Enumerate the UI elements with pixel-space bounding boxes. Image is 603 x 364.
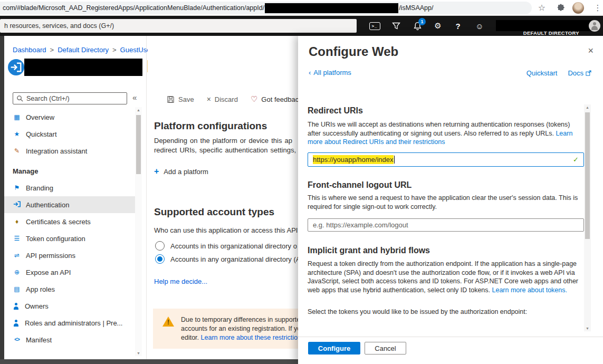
close-icon[interactable]: × (588, 45, 594, 56)
sidebar-collapse-button[interactable]: « (132, 93, 137, 102)
save-floppy-icon (167, 95, 175, 103)
platform-configurations-title: Platform configurations (154, 120, 267, 132)
sidebar-item-manifest[interactable]: <> Manifest (4, 331, 135, 348)
scroll-down-arrow[interactable]: ▼ (135, 351, 142, 355)
bookmark-star-icon[interactable]: ☆ (536, 2, 548, 14)
sidebar-item-quickstart[interactable]: ★ Quickstart (4, 126, 135, 142)
notification-badge: 1 (418, 18, 426, 25)
account-avatar[interactable] (589, 20, 600, 32)
supported-account-types-title: Supported account types (154, 206, 274, 218)
configure-web-panel: Configure Web × ‹ All platforms Quicksta… (298, 36, 603, 364)
feedback-label: Got feedback (261, 95, 302, 103)
breadcrumb-link-directory[interactable]: Default Directory (58, 46, 109, 54)
quickstart-link[interactable]: Quickstart (527, 69, 558, 77)
plus-icon: + (154, 167, 159, 176)
person-icon (13, 320, 20, 327)
scroll-down-arrow[interactable]: ▼ (584, 327, 591, 330)
radio-circle-selected[interactable] (155, 254, 165, 264)
scroll-up-arrow[interactable]: ▲ (584, 106, 591, 109)
back-link-label: All platforms (313, 69, 351, 76)
settings-gear-icon[interactable]: ⚙ (428, 16, 448, 36)
browser-menu-icon[interactable]: ⋮ (592, 2, 603, 14)
tokens-learn-more-link[interactable]: Learn more about tokens. (492, 286, 567, 294)
pencil-icon: ✎ (13, 148, 21, 154)
scrollbar-thumb[interactable] (136, 115, 141, 174)
flag-icon: ⚑ (13, 185, 21, 191)
cancel-button[interactable]: Cancel (365, 342, 406, 355)
radio-option-this-directory[interactable]: Accounts in this organizational director… (155, 241, 297, 251)
code-brackets-icon: <> (13, 337, 21, 342)
sidebar-scrollbar[interactable]: ▲ ▼ (135, 107, 142, 356)
sidebar-section-label: Manage (13, 167, 38, 175)
discard-button[interactable]: × Discard (207, 95, 238, 103)
search-icon (16, 95, 23, 102)
sidebar-item-branding[interactable]: ⚑ Branding (4, 179, 135, 196)
sidebar-divider (146, 36, 147, 359)
implicit-grant-title: Implicit grant and hybrid flows (308, 246, 430, 255)
sidebar-item-label: Owners (25, 302, 49, 310)
redirect-uris-desc: The URIs we will accept as destinations … (308, 120, 584, 147)
directory-filter-icon[interactable] (386, 16, 406, 36)
sidebar-item-expose-an-api[interactable]: ⊕ Expose an API (4, 264, 135, 281)
sidebar-item-overview[interactable]: ▦ Overview (4, 109, 135, 126)
redirect-uris-title: Redirect URIs (308, 106, 363, 116)
scrollbar-thumb[interactable] (585, 112, 590, 239)
cloud-shell-glyph: >_ (369, 22, 380, 30)
window-left-edge (0, 36, 4, 364)
sidebar-item-roles-administrators[interactable]: Roles and administrators | Pre... (4, 314, 135, 331)
docs-link[interactable]: Docs (568, 69, 591, 77)
sidebar-item-label: Overview (26, 113, 54, 121)
save-button[interactable]: Save (167, 95, 194, 103)
help-icon[interactable]: ? (448, 16, 468, 36)
feedback-smiley-icon[interactable]: ☺ (470, 16, 490, 36)
sidebar-item-label: Branding (26, 184, 53, 192)
person-icon (13, 303, 20, 310)
radio-option-any-directory[interactable]: Accounts in any organizational directory… (155, 254, 300, 264)
sidebar-search-input[interactable]: Search (Ctrl+/) (13, 92, 127, 104)
warning-restrictions-link[interactable]: Learn more about these restrictions. (201, 334, 307, 341)
footer-divider (298, 337, 603, 337)
feedback-button[interactable]: ♡ Got feedback (251, 94, 302, 104)
breadcrumb-link-dashboard[interactable]: Dashboard (13, 46, 46, 54)
logout-url-input[interactable] (308, 218, 584, 232)
sidebar-item-token-configuration[interactable]: ☰ Token configuration (4, 230, 135, 247)
command-bar: Save × Discard ♡ Got feedback (167, 93, 302, 106)
tokens-prompt: Select the tokens you would like to be i… (308, 308, 584, 315)
all-platforms-back-link[interactable]: ‹ All platforms (309, 69, 351, 76)
scroll-up-arrow[interactable]: ▲ (135, 108, 142, 112)
add-platform-button[interactable]: + Add a platform (154, 167, 208, 176)
radio-label: Accounts in this organizational director… (170, 242, 297, 250)
notifications-bell-icon[interactable]: 1 (407, 16, 427, 36)
sidebar-item-api-permissions[interactable]: ⇌ API permissions (4, 247, 135, 264)
panel-title: Configure Web (309, 44, 398, 59)
cloud-shell-icon[interactable]: >_ (365, 16, 385, 36)
redirect-uri-input[interactable]: https://youapp/home/index ✓ (308, 152, 584, 167)
sidebar-section-manage: Manage (4, 162, 135, 179)
extensions-puzzle-icon[interactable] (555, 4, 567, 15)
implicit-grant-desc: Request a token directly from the author… (308, 260, 584, 294)
configure-button[interactable]: Configure (308, 342, 360, 355)
sidebar-item-certificates-secrets[interactable]: ♦ Certificates & secrets (4, 213, 135, 230)
sidebar-item-app-roles[interactable]: ▤ App roles (4, 281, 135, 298)
warning-line1: Due to temporary differences in supporte… (181, 315, 307, 324)
sidebar-item-label: App roles (26, 285, 55, 293)
sidebar-item-label: Integration assistant (26, 147, 87, 155)
redacted-app-id (265, 3, 398, 13)
browser-profile-avatar[interactable] (572, 2, 584, 14)
list-lines-icon: ☰ (13, 235, 21, 242)
roles-grid-icon: ▤ (13, 286, 21, 292)
browser-url-bar[interactable]: com/#blade/Microsoft_AAD_RegisteredApps/… (0, 2, 532, 14)
url-text-prefix: com/#blade/Microsoft_AAD_RegisteredApps/… (3, 4, 264, 12)
sidebar-item-label: Authentication (26, 201, 69, 209)
sidebar-item-integration-assistant[interactable]: ✎ Integration assistant (4, 142, 135, 159)
discard-x-icon: × (207, 95, 211, 103)
help-me-decide-link[interactable]: Help me decide... (154, 277, 207, 285)
sidebar-item-authentication[interactable]: Authentication (4, 196, 135, 213)
sidebar-item-owners[interactable]: Owners (4, 298, 135, 314)
directory-name-label: DEFAULT DIRECTORY (523, 30, 579, 36)
global-search-input[interactable]: h resources, services, and docs (G+/) (0, 19, 357, 33)
panel-scrollbar[interactable]: ▲ ▼ (584, 104, 591, 331)
radio-circle[interactable] (155, 241, 165, 251)
sidebar-item-label: Manifest (26, 336, 52, 344)
redirect-uri-value: https://youapp/home/index (313, 155, 394, 164)
